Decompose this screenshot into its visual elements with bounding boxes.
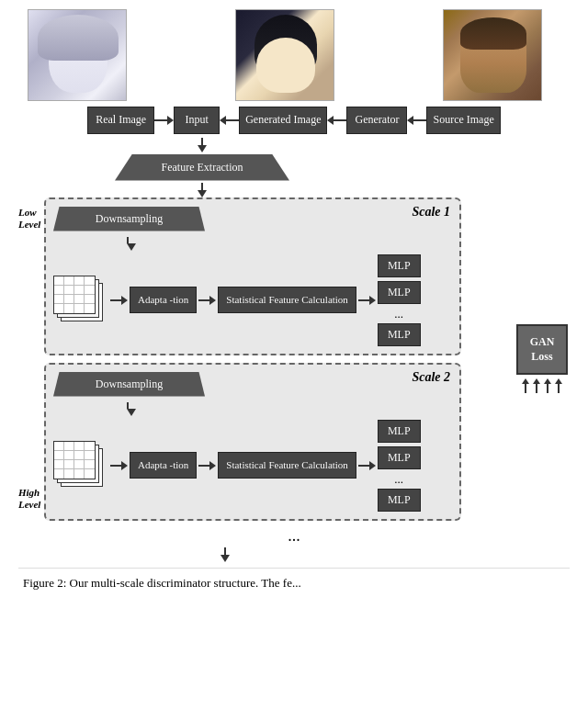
scale2-dots: ... — [378, 473, 421, 485]
scale1-block: Scale 1 Downsampling — [44, 197, 461, 355]
source-image-box: Source Image — [426, 107, 500, 134]
scale2-mlp2: MLP — [378, 446, 421, 469]
generated-image — [235, 9, 334, 101]
scale2-mlp1: MLP — [378, 420, 421, 443]
scale1-mlp2: MLP — [378, 281, 421, 304]
scale1-mlp3: MLP — [378, 323, 421, 346]
scale1-adaptation: Adapta -tion — [130, 287, 197, 312]
scale1-feature-maps — [53, 276, 107, 325]
scale2-label: Scale 2 — [412, 370, 450, 385]
scale2-mlp3: MLP — [378, 489, 421, 512]
scale2-block: Scale 2 Downsampling — [44, 363, 461, 521]
bottom-dots: ... — [18, 526, 570, 546]
scale1-downsampling: Downsampling — [53, 207, 205, 231]
real-image-box: Real Image — [87, 107, 154, 134]
feature-extraction-box: Feature Extraction — [115, 154, 289, 181]
scale1-label: Scale 1 — [412, 205, 450, 220]
caption: Figure 2: Our multi-scale discriminator … — [18, 568, 570, 592]
source-image — [443, 9, 542, 101]
scale2-adaptation: Adapta -tion — [130, 452, 197, 478]
generator-box: Generator — [346, 107, 407, 134]
real-image — [28, 9, 127, 101]
generated-image-box: Generated Image — [239, 107, 327, 134]
low-level-label: Low Level — [18, 207, 44, 231]
scale2-feature-maps — [53, 441, 107, 490]
scale2-statistical: Statistical Feature Calculation — [218, 452, 356, 478]
high-level-label: High Level — [18, 487, 44, 511]
scale1-statistical: Statistical Feature Calculation — [218, 287, 356, 312]
scale1-dots: ... — [378, 308, 421, 320]
scale1-mlp1: MLP — [378, 254, 421, 277]
input-box: Input — [174, 107, 220, 134]
scale1-mlp-stack: MLP MLP ... MLP — [378, 254, 421, 346]
gan-loss-box: GAN Loss — [516, 324, 568, 375]
scale2-downsampling: Downsampling — [53, 372, 205, 397]
scale2-mlp-stack: MLP MLP ... MLP — [378, 420, 421, 512]
